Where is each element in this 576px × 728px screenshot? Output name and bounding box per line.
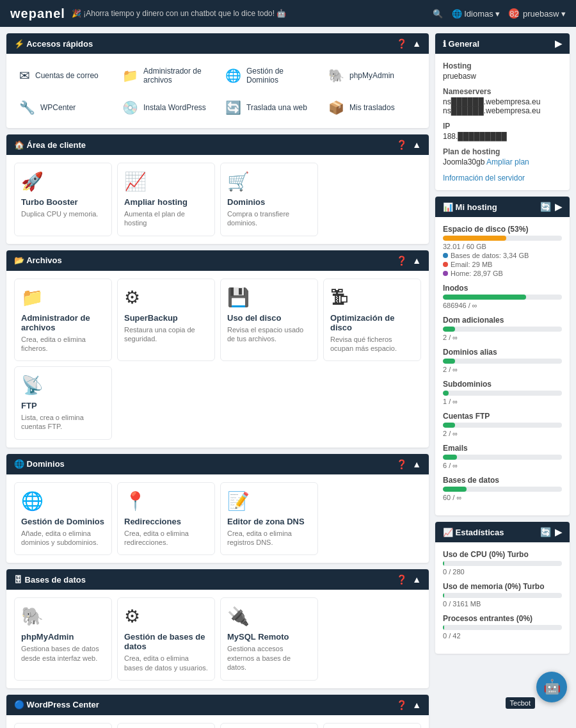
collapse-icon-wp[interactable]: ▲: [412, 700, 421, 710]
accesos-item-3[interactable]: 🐘phpMyAdmin: [323, 61, 421, 90]
archivos-item-0[interactable]: 📁Administrador de archivosCrea, edita o …: [14, 279, 112, 362]
bd-desc-2: Gestiona accesos externos a bases de dat…: [227, 644, 311, 672]
archivos-section: 📂 Archivos ❓ ▲ 📁Administrador de archivo…: [6, 250, 429, 448]
dominios-item-2[interactable]: 📝Editor de zona DNSCrea, edita o elimina…: [220, 482, 318, 556]
dominios-item-1[interactable]: 📍RedireccionesCrea, edita o elimina redi…: [117, 482, 215, 556]
accesos-label-4: WPCenter: [40, 103, 76, 112]
collapse-icon-archivos[interactable]: ▲: [412, 255, 421, 266]
memoria-value: 0 / 3161 MB: [443, 600, 562, 608]
accesos-item-1[interactable]: 📁Administrador de archivos: [117, 61, 215, 90]
idiomas-button[interactable]: 🌐 Idiomas ▾: [452, 9, 500, 19]
collapse-icon[interactable]: ▲: [412, 38, 421, 49]
accesos-item-6[interactable]: 🔄Traslada una web: [220, 95, 318, 120]
plan-label: Plan de hosting: [443, 147, 562, 156]
dominios-grid: 🌐Gestión de DominiosAñade, edita o elimi…: [14, 482, 421, 556]
subdominios-bar: [443, 391, 562, 396]
archivos-item-1[interactable]: ⚙SuperBackupRestaura una copia de seguri…: [117, 279, 215, 362]
info-servidor-link[interactable]: Información del servidor: [443, 174, 525, 182]
area-desc-0: Duplica CPU y memoria.: [21, 209, 98, 218]
archivos-item-4[interactable]: 📡FTPLista, crea o elimina cuentas FTP.: [14, 366, 112, 440]
accesos-label-3: phpMyAdmin: [349, 71, 394, 80]
area-item-0[interactable]: 🚀Turbo BoosterDuplica CPU y memoria.: [14, 163, 112, 236]
inodos-resource: Inodos 686946 / ∞: [443, 284, 562, 309]
accesos-item-5[interactable]: 💿Instala WordPress: [117, 95, 215, 120]
accesos-label-5: Instala WordPress: [143, 103, 206, 112]
general-header-icons: ▶: [555, 38, 562, 49]
estadisticas-title: 📈 Estadísticas: [443, 528, 504, 537]
general-panel: ℹ General ▶ Hosting pruebasw Nameservers…: [435, 33, 570, 190]
wordpress-header: 🔵 WordPress Center ❓ ▲: [6, 695, 429, 715]
bd-item-2[interactable]: 🔌MySQL RemotoGestiona accesos externos a…: [220, 597, 318, 681]
mi-hosting-title: 📊 Mi hosting: [443, 202, 497, 212]
archivos-desc-1: Restaura una copia de seguridad.: [124, 325, 208, 344]
accesos-item-0[interactable]: ✉Cuentas de correo: [14, 61, 112, 90]
help-icon-area[interactable]: ❓: [396, 140, 407, 150]
bd-title-0: phpMyAdmin: [21, 632, 74, 642]
wp-item-3[interactable]: 🔄Mover WordPressCambia el dominio de tu …: [323, 723, 421, 728]
dominios-title-2: Editor de zona DNS: [227, 517, 305, 526]
ns1-value: ns██████.webempresa.eu: [443, 97, 562, 106]
archivos-item-2[interactable]: 💾Uso del discoRevisa el espacio usado de…: [220, 279, 318, 362]
wp-item-0[interactable]: 💿Instala WordPressCrea tu web en dos cli…: [14, 723, 112, 728]
help-icon-wp[interactable]: ❓: [396, 700, 407, 710]
nameservers-label: Nameservers: [443, 87, 562, 96]
wordpress-title: 🔵 WordPress Center: [14, 700, 99, 709]
help-icon-archivos[interactable]: ❓: [396, 255, 407, 266]
username: pruebasw ▾: [523, 9, 566, 19]
disco-value: 32.01 / 60 GB: [443, 243, 562, 250]
youtube-icon[interactable]: ▶: [555, 38, 562, 49]
inodos-fill: [443, 295, 526, 300]
dominios-desc-1: Crea, edita o elimina redirecciones.: [124, 529, 208, 547]
chatbot-button[interactable]: 🤖: [536, 672, 567, 702]
procesos-fill: [443, 625, 444, 630]
ns2-value: ns██████.webempresa.eu: [443, 106, 562, 115]
bases-datos-section: 🗄 Bases de datos ❓ ▲ 🐘phpMyAdminGestiona…: [6, 569, 429, 688]
help-icon[interactable]: ❓: [396, 38, 407, 49]
refresh-icon-hosting[interactable]: 🔄: [540, 202, 551, 212]
estadisticas-panel: 📈 Estadísticas 🔄 ▶ Uso de CPU (0%) Turbo…: [435, 522, 570, 654]
dom-adicionales-value: 2 / ∞: [443, 334, 562, 341]
accesos-rapidos-title: ⚡ Accesos rápidos: [14, 39, 93, 49]
help-icon-bd[interactable]: ❓: [396, 574, 407, 585]
area-item-2[interactable]: 🛒DominiosCompra o transfiere dominios.: [220, 163, 318, 236]
dominios-icon-0: 🌐: [21, 490, 44, 512]
emails-bar: [443, 455, 562, 460]
ampliar-plan-link[interactable]: Ampliar plan: [486, 158, 529, 166]
dominios-item-0[interactable]: 🌐Gestión de DominiosAñade, edita o elimi…: [14, 482, 112, 556]
dominios-section: 🌐 Dominios ❓ ▲ 🌐Gestión de DominiosAñade…: [6, 454, 429, 563]
refresh-icon-est[interactable]: 🔄: [540, 527, 551, 537]
sub-fill: [443, 391, 449, 396]
plan-value: Joomla30gb Ampliar plan: [443, 158, 562, 166]
accesos-item-2[interactable]: 🌐Gestión de Dominios: [220, 61, 318, 90]
cpu-fill: [443, 561, 444, 566]
dom-adicionales-label: Dom adicionales: [443, 316, 562, 325]
logo[interactable]: wepanel: [10, 6, 65, 21]
area-item-1[interactable]: 📈Ampliar hostingAumenta el plan de hosti…: [117, 163, 215, 236]
user-menu[interactable]: 82 pruebasw ▾: [509, 8, 566, 19]
bd-item-0[interactable]: 🐘phpMyAdminGestiona bases de datos desde…: [14, 597, 112, 681]
cpu-resource: Uso de CPU (0%) Turbo 0 / 280: [443, 550, 562, 576]
bd-icon-0: 🐘: [21, 606, 44, 627]
accesos-icon-0: ✉: [19, 68, 30, 83]
wp-item-1[interactable]: ⚙WPCenterAdministra sitios WordPress ins…: [117, 723, 215, 728]
accesos-rapidos-body: ✉Cuentas de correo📁Administrador de arch…: [6, 54, 429, 128]
archivos-grid: 📁Administrador de archivosCrea, edita o …: [14, 279, 421, 440]
inodos-label: Inodos: [443, 284, 562, 293]
area-icon-2: 🛒: [227, 171, 250, 192]
search-icon[interactable]: 🔍: [433, 9, 443, 19]
help-icon-dominios[interactable]: ❓: [396, 459, 407, 469]
subdominios-value: 1 / ∞: [443, 398, 562, 405]
archivos-item-3[interactable]: 🗜Optimización de discoRevisa qué fichero…: [323, 279, 421, 362]
bases-datos-resource: Bases de datos 60 / ∞: [443, 476, 562, 501]
collapse-icon-bd[interactable]: ▲: [412, 574, 421, 585]
collapse-icon-area[interactable]: ▲: [412, 140, 421, 150]
bd-item-1[interactable]: ⚙Gestión de bases de datosCrea, edita o …: [117, 597, 215, 681]
dominios-icons: ❓ ▲: [396, 459, 421, 469]
accesos-item-4[interactable]: 🔧WPCenter: [14, 95, 112, 120]
wp-item-2[interactable]: 🚀OptimizaciónRevisa el rendimiento de tu…: [220, 723, 318, 728]
collapse-icon-dominios[interactable]: ▲: [412, 459, 421, 469]
accesos-item-7[interactable]: 📦Mis traslados: [323, 95, 421, 120]
youtube-icon-hosting[interactable]: ▶: [555, 202, 562, 212]
youtube-icon-est[interactable]: ▶: [555, 527, 562, 537]
bd-icon-1: ⚙: [124, 606, 140, 627]
